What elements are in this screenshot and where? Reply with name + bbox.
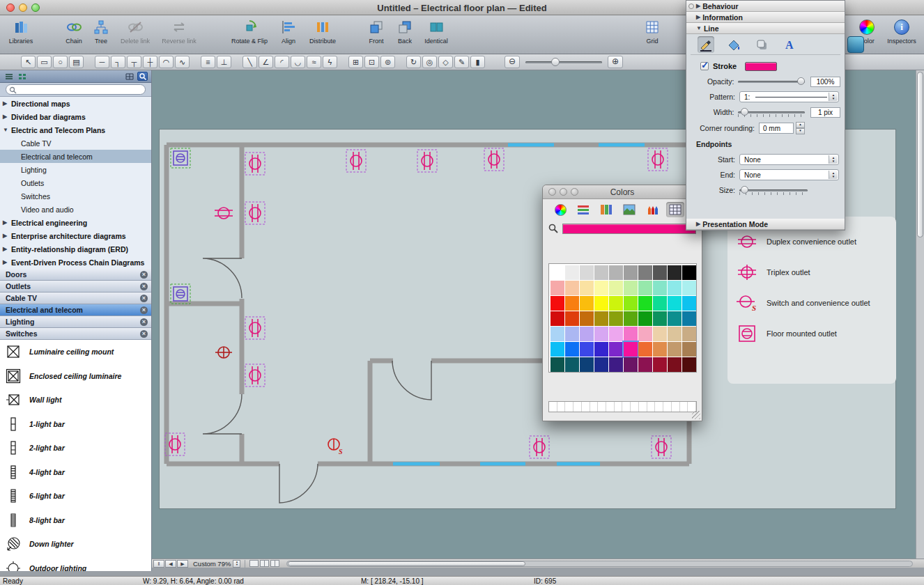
endpoint-size-slider[interactable]	[739, 185, 808, 195]
rotate-tool-button[interactable]: ↻	[406, 56, 421, 68]
recent-swatch[interactable]	[582, 402, 590, 412]
opacity-value[interactable]: 100%	[810, 77, 840, 87]
color-swatch[interactable]	[638, 311, 652, 326]
color-swatch[interactable]	[668, 357, 682, 372]
library-section-doors[interactable]: Doors×	[0, 269, 151, 281]
color-wheel-mode-icon[interactable]	[551, 202, 569, 217]
color-swatch[interactable]	[624, 296, 638, 311]
color-swatch[interactable]	[594, 342, 608, 357]
color-swatch[interactable]	[550, 342, 564, 357]
color-swatch[interactable]	[668, 327, 682, 341]
tree-item-erd[interactable]: ▶Entity-relationship diagram (ERD)	[0, 242, 151, 256]
resize-grip[interactable]	[692, 411, 700, 419]
text-block-tool-button[interactable]: ▤	[69, 56, 84, 68]
color-swatch[interactable]	[609, 296, 623, 311]
recent-swatch[interactable]	[615, 402, 623, 412]
recent-swatch[interactable]	[655, 402, 663, 412]
vertical-scrollbar[interactable]	[916, 70, 924, 559]
zoom-level[interactable]: Custom 79%	[193, 560, 231, 568]
color-swatch[interactable]	[594, 311, 608, 326]
opacity-slider-thumb[interactable]	[797, 77, 805, 85]
single-page-view-icon[interactable]	[249, 560, 259, 567]
next-page-button[interactable]: ▶	[177, 560, 188, 568]
disclosure-triangle-icon[interactable]: ▶	[3, 114, 11, 120]
end-endpoint-popup[interactable]: None ▲▼	[739, 169, 839, 180]
opacity-slider[interactable]	[738, 77, 805, 86]
zoom-in-button[interactable]: ⊕	[608, 56, 623, 68]
library-section-cable-tv[interactable]: Cable TV×	[0, 292, 151, 304]
spline-tool-button[interactable]: ≈	[307, 56, 321, 68]
color-swatch[interactable]	[550, 327, 564, 341]
recent-swatch[interactable]	[573, 402, 582, 412]
shape-8-light-bar[interactable]: 8-light bar	[0, 508, 151, 533]
legend-item-triplex[interactable]: Triplex outlet	[734, 257, 891, 288]
color-swatch[interactable]	[624, 342, 638, 357]
zoom-slider-thumb[interactable]	[551, 58, 560, 66]
color-swatch[interactable]	[653, 281, 667, 295]
recent-swatch[interactable]	[549, 402, 557, 412]
select-tool-button[interactable]: ↖	[21, 56, 36, 68]
color-swatch[interactable]	[624, 281, 638, 295]
color-swatch[interactable]	[638, 281, 652, 295]
shape-luminaire-ceiling-mount[interactable]: Luminaire ceiling mount	[0, 340, 151, 364]
tree-item-electrical-engineering[interactable]: ▶Electrical engineering	[0, 216, 151, 229]
color-swatch[interactable]	[580, 281, 594, 295]
color-swatch[interactable]	[638, 327, 652, 341]
color-swatch[interactable]	[580, 311, 594, 326]
partial-toolbar-icon[interactable]	[847, 36, 864, 53]
rectangle-tool-button[interactable]: ▭	[37, 56, 52, 68]
color-swatch[interactable]	[609, 327, 623, 341]
pattern-popup[interactable]: 1: ▲▼	[739, 91, 839, 102]
align-button[interactable]: Align	[275, 18, 302, 45]
disclosure-triangle-icon[interactable]: ▼	[696, 25, 702, 31]
recent-swatch[interactable]	[598, 402, 606, 412]
recent-swatch[interactable]	[606, 402, 615, 412]
identical-button[interactable]: Identical	[419, 18, 453, 45]
pan-tool-button[interactable]: ◇	[438, 56, 453, 68]
close-library-icon[interactable]: ×	[140, 283, 148, 290]
library-section-lighting[interactable]: Lighting×	[0, 316, 151, 328]
eyedropper-tool-button[interactable]: ▮	[470, 56, 485, 68]
recent-swatch[interactable]	[565, 402, 573, 412]
color-grid-mode-icon[interactable]	[666, 202, 684, 217]
shape-4-light-bar[interactable]: 4-light bar	[0, 460, 151, 485]
color-swatch[interactable]	[609, 311, 623, 326]
library-section-switches[interactable]: Switches×	[0, 328, 151, 340]
ellipse-tool-button[interactable]: ○	[53, 56, 68, 68]
tree-item-divided-bar[interactable]: ▶Divided bar diagrams	[0, 110, 151, 123]
tree-item-cable-tv[interactable]: Cable TV	[0, 136, 151, 150]
tree-item-directional-maps[interactable]: ▶Directional maps	[0, 97, 151, 110]
grid-button[interactable]: Grid	[638, 18, 666, 45]
recent-swatch[interactable]	[557, 402, 566, 412]
colors-window-titlebar[interactable]: Colors	[543, 185, 702, 199]
freehand-tool-button[interactable]: ϟ	[323, 56, 337, 68]
stroke-color-swatch[interactable]	[745, 62, 777, 71]
image-palettes-mode-icon[interactable]	[620, 202, 638, 217]
delete-link-button[interactable]: Delete link	[116, 18, 155, 45]
recent-swatch[interactable]	[663, 402, 672, 412]
rotate-flip-button[interactable]: Rotate & Flip	[227, 18, 272, 45]
back-button[interactable]: Back	[392, 18, 418, 45]
tree-item-video-audio[interactable]: Video and audio	[0, 203, 151, 216]
disclosure-triangle-icon[interactable]: ▶	[696, 3, 700, 9]
width-slider[interactable]	[738, 107, 805, 117]
color-swatch[interactable]	[565, 311, 579, 326]
recent-swatch[interactable]	[639, 402, 647, 412]
horizontal-scrollbar-thumb[interactable]	[288, 561, 525, 566]
color-swatch[interactable]	[653, 342, 667, 357]
color-swatch[interactable]	[609, 342, 623, 357]
disclosure-triangle-icon[interactable]: ▶	[3, 259, 11, 265]
library-section-electrical-telecom[interactable]: Electrical and telecom×	[0, 304, 151, 316]
libraries-button[interactable]: Libraries	[3, 18, 39, 45]
disclosure-triangle-icon[interactable]: ▶	[3, 219, 11, 226]
legend-item-floor-outlet[interactable]: Floor mounted outlet	[734, 318, 891, 349]
color-swatch[interactable]	[638, 265, 652, 280]
search-input[interactable]	[19, 85, 142, 94]
grid-view-icon[interactable]	[124, 72, 134, 81]
color-swatch[interactable]	[682, 265, 696, 280]
current-color-bar[interactable]	[562, 224, 696, 234]
tree-item-lighting[interactable]: Lighting	[0, 163, 151, 176]
color-swatch[interactable]	[580, 265, 594, 280]
width-value[interactable]: 1 pix	[810, 107, 840, 118]
tree-item-epc[interactable]: ▶Event-Driven Process Chain Diagrams	[0, 256, 151, 269]
